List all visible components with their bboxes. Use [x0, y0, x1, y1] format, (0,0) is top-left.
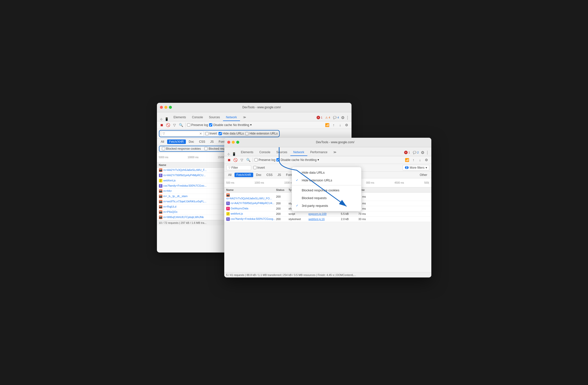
hide-extension-text: Hide extension URLs	[249, 132, 278, 135]
row2-icon: S	[226, 202, 230, 205]
front-devtools-tabs: ⊹ 📱 Elements Console Sources Network Per…	[224, 147, 431, 156]
settings-icon-toolbar[interactable]: ⚙	[344, 122, 350, 128]
dropdown-item-blocked-requests[interactable]: Blocked requests	[292, 194, 361, 202]
search-button[interactable]: 🔍	[178, 122, 184, 128]
tab-elements[interactable]: Elements	[171, 114, 189, 121]
filter-clear-btn[interactable]: ✕	[199, 132, 202, 135]
preserve-log-checkbox[interactable]	[187, 123, 190, 127]
more-filters-chevron: ▾	[426, 166, 427, 169]
maximize-button[interactable]	[169, 106, 172, 109]
invert-label[interactable]: Invert	[205, 132, 217, 135]
row5-initiator[interactable]: webfont.js:16	[309, 218, 341, 221]
front-type-btn-all[interactable]: All	[226, 173, 234, 177]
settings-icon[interactable]: ⚙	[341, 115, 345, 120]
record-button[interactable]: ⏹	[159, 122, 164, 128]
front-tab-sources[interactable]: Sources	[273, 149, 290, 156]
download-icon[interactable]: ↓	[338, 122, 343, 128]
front-minimize-button[interactable]	[232, 141, 235, 144]
hide-data-urls-text: Hide data URLs	[223, 132, 244, 135]
row4-size: 5.5 kB	[341, 212, 358, 215]
front-type-btn-fetch-xhr[interactable]: Fetch/XHR	[235, 173, 253, 177]
type-btn-css[interactable]: CSS	[197, 139, 207, 144]
front-tab-more[interactable]: ≫	[330, 149, 340, 156]
row5-size: 2.0 kB	[341, 218, 358, 221]
front-disable-cache-label[interactable]: Disable cache	[276, 158, 299, 162]
screenshot-container: DevTools - www.google.com/ ⊹ 📱 Elements …	[157, 103, 431, 282]
front-wifi-icon[interactable]: 📶	[404, 157, 410, 163]
front-invert-checkbox[interactable]	[253, 166, 256, 169]
front-type-btn-other[interactable]: Other	[418, 173, 429, 177]
separator1	[185, 123, 186, 127]
front-timeline-8: 500(	[424, 181, 429, 184]
front-tab-performance[interactable]: Performance	[307, 149, 331, 156]
hide-extension-urls-checkbox[interactable]	[245, 132, 248, 135]
minimize-button[interactable]	[164, 106, 167, 109]
throttle-value: No throttling	[233, 123, 249, 127]
front-close-button[interactable]	[227, 141, 230, 144]
type-btn-all[interactable]: All	[159, 139, 166, 144]
front-preserve-log-label[interactable]: Preserve log	[254, 158, 275, 162]
front-table-row[interactable]: Scss?family=Fredoka:500%7CGoog... 200 st…	[224, 217, 431, 222]
front-upload-icon[interactable]: ↑	[411, 157, 416, 163]
tab-more[interactable]: ≫	[240, 114, 249, 121]
tab-sources[interactable]: Sources	[206, 114, 223, 121]
dropdown-item-hide-data-urls[interactable]: Hide data URLs	[292, 169, 361, 176]
clear-button[interactable]: 🚫	[165, 122, 171, 128]
hide-extension-urls-label[interactable]: Hide extension URLs	[245, 132, 278, 135]
disable-cache-checkbox[interactable]	[209, 123, 212, 127]
hide-data-urls-label[interactable]: Hide data URLs	[219, 132, 244, 135]
dropdown-item-blocked-cookies[interactable]: Blocked response cookies	[292, 186, 361, 194]
front-preserve-log-checkbox[interactable]	[254, 158, 258, 161]
preserve-log-label[interactable]: Preserve log	[187, 123, 208, 127]
front-invert-label[interactable]: Invert	[253, 166, 265, 169]
front-maximize-button[interactable]	[236, 141, 239, 144]
type-btn-fetch-xhr[interactable]: Fetch/XHR	[167, 139, 186, 144]
front-cursor-icon[interactable]: ⊹	[227, 152, 230, 156]
front-settings-toolbar[interactable]: ⚙	[424, 157, 429, 163]
front-type-btn-doc[interactable]: Doc	[254, 173, 263, 177]
front-record-button[interactable]: ⏹	[226, 157, 232, 163]
row4-initiator[interactable]: popcorn.js:169	[309, 212, 341, 215]
front-clear-button[interactable]: 🚫	[233, 157, 238, 163]
dropdown-item-third-party[interactable]: ✓ 3rd-party requests	[292, 202, 361, 210]
front-table-row[interactable]: Jwebfont.js 200 script popcorn.js:169 5.…	[224, 211, 431, 217]
front-download-icon[interactable]: ↓	[417, 157, 423, 163]
more-filters-button[interactable]: 2 More filters ▾	[403, 165, 429, 170]
blocked-cookies-checkbox[interactable]	[162, 147, 165, 150]
filter-icon-btn[interactable]: ▽	[172, 122, 177, 128]
wifi-icon[interactable]: 📶	[325, 122, 330, 128]
front-filter-icon: ▽	[229, 166, 231, 169]
front-filter-btn[interactable]: ▽	[239, 157, 245, 163]
front-disable-cache-checkbox[interactable]	[276, 158, 280, 161]
front-type-btn-css[interactable]: CSS	[264, 173, 275, 177]
blocked-requests-checkbox[interactable]	[204, 147, 208, 150]
upload-icon[interactable]: ↑	[331, 122, 337, 128]
type-btn-js[interactable]: JS	[208, 139, 216, 144]
front-tab-elements[interactable]: Elements	[238, 149, 256, 156]
blocked-cookies-label[interactable]: Blocked response cookies	[162, 147, 201, 150]
hide-data-urls-checkbox[interactable]	[219, 132, 222, 135]
device-icon[interactable]: 📱	[165, 117, 169, 121]
front-timeline-6: 000 ms	[366, 181, 374, 184]
front-type-btn-js[interactable]: JS	[276, 173, 283, 177]
close-button[interactable]	[160, 106, 163, 109]
front-throttle-chevron[interactable]: ▾	[318, 158, 319, 161]
more-icon[interactable]: ⋮	[346, 115, 350, 120]
front-status-bar: 5 / 41 requests | 88.8 kB / 1.1 MB trans…	[224, 272, 431, 277]
tab-console[interactable]: Console	[189, 114, 206, 121]
front-search-button[interactable]: 🔍	[246, 157, 251, 163]
throttle-chevron[interactable]: ▾	[250, 123, 252, 127]
front-more-icon[interactable]: ⋮	[425, 150, 429, 155]
disable-cache-label[interactable]: Disable cache	[209, 123, 232, 127]
invert-checkbox[interactable]	[205, 132, 209, 135]
front-tab-console[interactable]: Console	[256, 149, 273, 156]
filter-input[interactable]	[166, 132, 198, 135]
invert-text: Invert	[210, 132, 217, 135]
tab-network[interactable]: Network	[223, 114, 240, 121]
type-btn-doc[interactable]: Doc	[187, 139, 196, 144]
front-device-icon[interactable]: 📱	[232, 152, 236, 156]
dropdown-item-hide-extension-urls[interactable]: ✓ Hide extension URLs	[292, 176, 361, 184]
front-tab-network[interactable]: Network	[290, 149, 307, 156]
front-settings-icon[interactable]: ⚙	[421, 150, 424, 155]
cursor-icon[interactable]: ⊹	[160, 117, 163, 121]
